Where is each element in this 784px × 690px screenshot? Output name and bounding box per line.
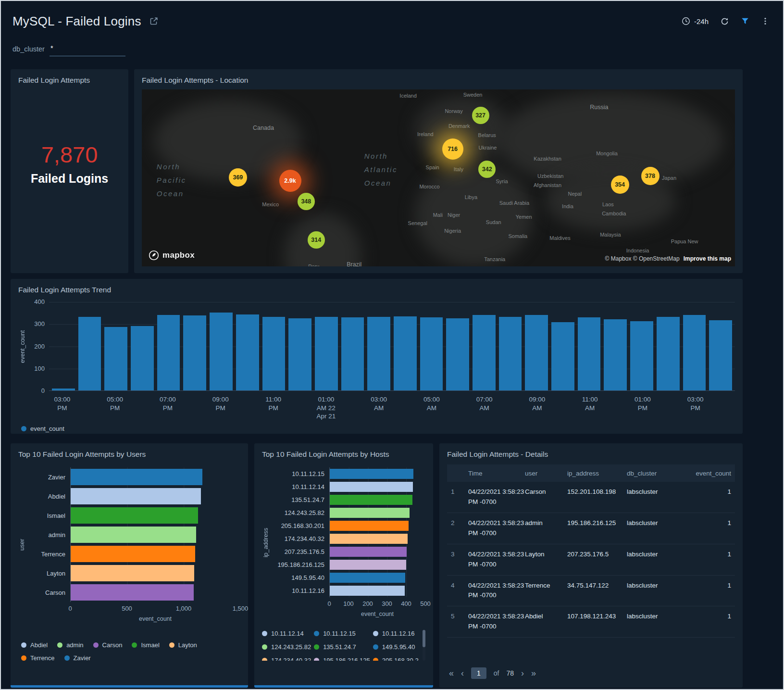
map-cluster-bubble[interactable]: 327 [472,107,489,124]
share-icon[interactable] [149,16,159,26]
map-country-label: Maldives [549,235,570,241]
hbar-bar[interactable] [71,565,194,581]
trend-bar[interactable] [499,317,522,390]
last-page-button[interactable]: » [531,669,536,677]
legend-item[interactable]: 10.11.12.16 [373,630,419,637]
trend-bar[interactable] [657,317,680,390]
trend-bar[interactable] [288,318,311,390]
trend-bar[interactable] [446,318,469,390]
hbar-bar[interactable] [330,495,412,505]
legend-item[interactable]: 195.186.216.125 [314,657,370,661]
hbar-bar[interactable] [71,527,196,543]
trend-bar[interactable] [315,317,338,390]
details-table-row[interactable]: 204/22/2021 3:58:23 PM -0700admin195.186… [447,513,735,544]
refresh-icon[interactable] [720,17,729,26]
scrollbar-thumb[interactable] [423,630,425,647]
legend-item[interactable]: 10.11.12.14 [262,630,311,637]
trend-bar[interactable] [683,315,706,390]
hbar-bar[interactable] [330,521,409,531]
details-table-row[interactable]: 404/22/2021 3:58:23 PM -0700Terrence34.7… [447,576,735,607]
filter-input[interactable]: * [50,44,125,56]
map-cluster-bubble[interactable]: 716 [442,138,463,160]
trend-bar[interactable] [52,389,75,390]
trend-bar[interactable] [394,316,417,390]
trend-bar[interactable] [473,315,496,390]
map-cluster-bubble[interactable]: 378 [641,167,660,185]
map-cluster-bubble[interactable]: 354 [611,176,629,194]
time-range-control[interactable]: -24h [682,17,709,25]
hbar-bar[interactable] [71,546,195,562]
hbar-row: Layton [26,564,240,583]
trend-bar[interactable] [210,313,233,390]
map-cluster-bubble[interactable]: 2.9k [279,170,301,192]
hbar-bar[interactable] [330,586,405,596]
trend-bar[interactable] [78,317,101,390]
trend-bar[interactable] [236,314,259,390]
improve-map-link[interactable]: Improve this map [684,255,731,262]
first-page-button[interactable]: « [449,669,454,677]
trend-bar[interactable] [578,317,601,390]
legend-item[interactable]: Layton [169,641,197,649]
details-table-row[interactable]: 504/22/2021 3:58:23 PM -0700Abdiel107.19… [447,606,735,638]
map-cluster-bubble[interactable]: 369 [229,168,247,187]
trend-bar[interactable] [630,321,653,390]
trend-bar[interactable] [157,315,180,390]
details-table-row[interactable]: 304/22/2021 3:58:23 PM -0700Layton207.23… [447,544,735,576]
map-country-label: Mexico [262,201,279,207]
legend-label: Ismael [141,641,159,649]
trend-bar[interactable] [104,327,127,390]
map-attribution-text[interactable]: © Mapbox © OpenStreetMap [605,255,680,262]
horizontal-scrollbar[interactable] [254,685,433,688]
map-cluster-bubble[interactable]: 348 [298,193,315,210]
legend-item[interactable]: 174.234.40.32 [262,657,311,661]
world-map[interactable]: IcelandSwedenNorwayRussiaDenmarkIrelandB… [142,89,735,266]
prev-page-button[interactable]: ‹ [461,669,464,677]
legend-item[interactable]: 124.243.25.82 [262,643,311,651]
hbar-bar[interactable] [71,469,202,485]
legend-item[interactable]: Abdiel [21,641,48,649]
kebab-menu-icon[interactable] [761,17,770,25]
legend-item[interactable]: admin [57,641,83,649]
map-country-label: Ireland [417,131,434,137]
filter-icon[interactable] [741,17,749,25]
legend-vertical-scrollbar[interactable] [423,630,425,661]
hbar-bar[interactable] [330,534,408,544]
legend-item[interactable]: 205.168.30.201 [373,657,419,661]
legend-item[interactable]: Carson [93,641,123,649]
trend-bar[interactable] [341,317,364,390]
hbar-bar[interactable] [330,560,406,570]
hbar-bar[interactable] [71,584,194,601]
hbar-track [329,519,425,532]
mapbox-logo[interactable]: mapbox [149,250,195,261]
hbar-bar[interactable] [71,488,201,504]
hbar-bar[interactable] [330,508,410,518]
hbar-bar[interactable] [330,547,407,557]
hbar-bar[interactable] [71,507,198,524]
trend-bar[interactable] [262,317,286,390]
map-cluster-bubble[interactable]: 314 [308,231,325,249]
hbar-bar[interactable] [330,482,413,492]
legend-item[interactable]: 149.5.95.40 [373,643,419,651]
hbar-bar[interactable] [330,573,405,583]
trend-bar[interactable] [420,317,443,390]
legend-item[interactable]: Zavier [64,654,91,662]
page-number-input[interactable]: 1 [471,667,486,679]
trend-bar[interactable] [131,326,154,390]
trend-bar[interactable] [604,319,627,390]
trend-bar[interactable] [709,320,732,390]
map-cluster-bubble[interactable]: 342 [478,161,496,178]
trend-bar[interactable] [367,317,390,390]
trend-bar[interactable] [525,315,548,390]
next-page-button[interactable]: › [521,669,524,677]
trend-bar[interactable] [183,315,206,390]
legend-dot-icon [57,642,62,648]
trend-bar[interactable] [551,322,574,390]
horizontal-scrollbar[interactable] [11,685,248,688]
details-table-row[interactable]: 104/22/2021 3:58:23 PM -0700Carson152.20… [447,482,735,513]
hbar-bar[interactable] [330,469,413,479]
legend-item[interactable]: Terrence [21,654,55,662]
legend-item[interactable]: Ismael [132,641,159,649]
legend-item[interactable]: event_count [21,425,64,432]
legend-item[interactable]: 135.51.24.7 [314,643,370,651]
legend-item[interactable]: 10.11.12.15 [314,630,370,637]
